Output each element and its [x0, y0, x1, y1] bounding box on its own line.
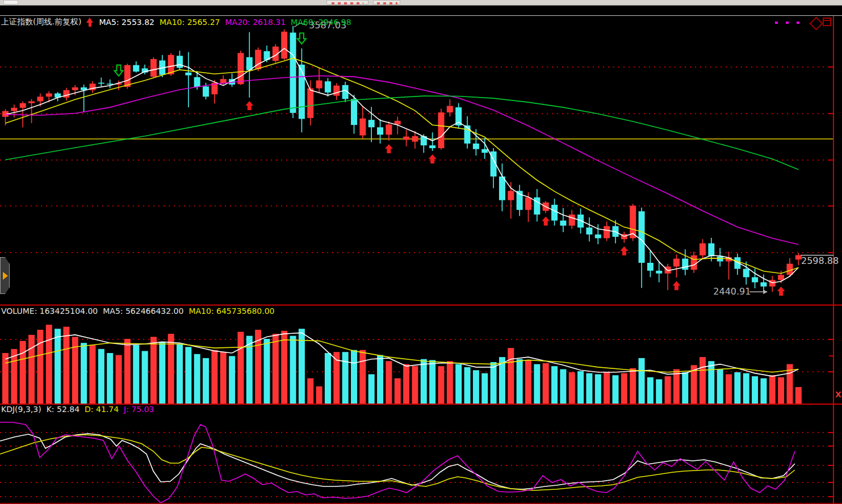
buy-signal-arrow-icon	[777, 287, 785, 296]
kdj-k-label: K: 52.84	[47, 405, 79, 414]
candle-body	[569, 215, 575, 226]
volume-bar	[604, 372, 610, 404]
low-pointer-arrowhead	[763, 289, 767, 294]
candle-body	[325, 81, 331, 93]
volume-bar	[46, 325, 52, 404]
volume-bar	[551, 366, 558, 404]
sell-signal-arrow-icon	[115, 65, 123, 76]
chart-canvas[interactable]: 2598.883587.032440.91	[0, 0, 842, 504]
candle-body	[237, 53, 244, 84]
volume-bar	[185, 347, 191, 404]
volume-bar	[412, 366, 418, 404]
candle-body	[499, 177, 505, 200]
candle-body	[525, 198, 531, 210]
buy-signal-arrow-icon	[245, 101, 253, 110]
kdj-header: KDJ(9,3,3) K: 52.84 D: 41.74 J: 75.03	[1, 405, 154, 414]
volume-bar	[2, 353, 9, 404]
volume-bar	[81, 343, 87, 404]
volume-bar	[438, 366, 445, 404]
volume-bar	[447, 361, 453, 404]
candle-body	[290, 32, 296, 112]
candle-body	[508, 191, 514, 200]
volume-bar	[37, 330, 43, 404]
sidebar-expand-handle[interactable]	[0, 257, 10, 294]
volume-bar	[760, 378, 766, 404]
volume-bar	[517, 359, 523, 404]
kdj-line-j	[0, 422, 795, 503]
candle-body	[438, 112, 445, 148]
kdj-d-label: D: 41.74	[85, 405, 119, 414]
candle-body	[699, 243, 706, 255]
candle-body	[299, 65, 305, 119]
volume-bar	[665, 376, 671, 404]
volume-bar	[177, 344, 183, 404]
candle-body	[307, 89, 313, 118]
volume-bar	[656, 379, 662, 404]
candle-body	[760, 282, 766, 286]
candle-body	[351, 99, 357, 125]
volume-bar	[613, 375, 619, 404]
volume-bar	[150, 337, 157, 404]
buy-signal-arrow-icon	[620, 246, 628, 255]
volume-bar	[630, 368, 636, 404]
instrument-title[interactable]: 上证指数(周线.前复权)	[1, 17, 81, 27]
volume-bar	[743, 373, 749, 404]
volume-bar	[769, 375, 776, 404]
kdj-name-label[interactable]: KDJ(9,3,3)	[1, 405, 41, 414]
volume-bar	[116, 355, 122, 404]
volume-bar	[726, 374, 732, 404]
volume-bar	[342, 352, 349, 404]
last-price-label: 2598.88	[801, 255, 839, 266]
candle-body	[473, 144, 479, 149]
candle-body	[177, 56, 183, 68]
ma-line-ma20	[6, 76, 799, 245]
volume-bar	[351, 350, 357, 404]
ma5-value-label: MA5: 2553.82	[99, 18, 154, 27]
candle-body	[673, 259, 680, 267]
low-price-label: 2440.91	[713, 286, 751, 297]
candle-body	[377, 127, 383, 135]
volume-bar	[734, 372, 740, 404]
volume-bar	[708, 361, 714, 404]
window-restore-icon[interactable]	[823, 18, 831, 26]
buy-signal-arrow-icon	[672, 281, 680, 290]
ma-line-ma60	[6, 96, 799, 170]
volume-bar	[281, 331, 287, 404]
volume-header: VOLUME: 163425104.00 MA5: 562466432.00 M…	[1, 306, 274, 316]
volume-bar	[368, 374, 375, 404]
volume-bar	[455, 364, 462, 404]
volume-bar	[473, 370, 479, 404]
candle-body	[11, 108, 17, 111]
red-up-arrow-icon	[86, 18, 94, 27]
candle-body	[743, 269, 749, 278]
candle-body	[150, 59, 157, 77]
volume-bar	[386, 361, 392, 404]
buy-signal-arrow-icon	[429, 154, 437, 163]
ma20-value-label: MA20: 2618.31	[225, 18, 286, 27]
candle-body	[124, 65, 131, 87]
volume-bar	[752, 376, 758, 404]
volume-bar	[133, 345, 139, 404]
buy-signal-arrow-icon	[385, 144, 393, 153]
candle-body	[63, 90, 69, 98]
volume-bar	[534, 364, 540, 404]
more-options-dots-icon[interactable]	[774, 20, 802, 25]
volume-bar	[307, 378, 313, 404]
ma60-value-label: MA60: 2946.98	[291, 18, 351, 27]
volume-bar	[264, 339, 270, 404]
candle-body	[429, 145, 435, 148]
candle-body	[281, 32, 287, 58]
volume-bar	[647, 377, 654, 404]
volume-bar	[55, 329, 61, 404]
ma10-value-label: MA10: 2565.27	[160, 18, 220, 27]
volume-bar	[717, 369, 723, 404]
volume-bar	[20, 341, 26, 404]
candle-body	[595, 234, 601, 238]
volume-bar	[325, 353, 331, 404]
volume-bar	[795, 387, 802, 404]
volume-bar	[508, 348, 514, 404]
volume-bar	[290, 336, 296, 404]
indicator-close-button[interactable]: X	[835, 390, 841, 398]
candle-body	[447, 106, 453, 112]
volume-ma10-label: MA10: 645735680.00	[188, 306, 274, 316]
